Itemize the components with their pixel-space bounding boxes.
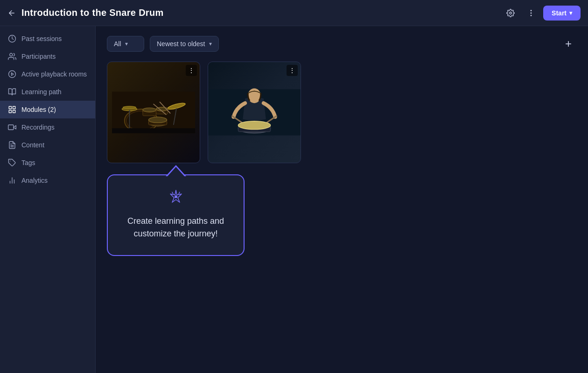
past-sessions-icon	[7, 35, 17, 43]
svg-rect-13	[8, 125, 14, 130]
svg-point-5	[10, 53, 13, 56]
svg-point-1	[531, 10, 532, 11]
settings-button[interactable]	[502, 5, 519, 21]
learning-path-bubble-text: Create learning paths and customize the …	[119, 215, 232, 240]
svg-point-46	[238, 121, 270, 130]
content-icon	[7, 141, 17, 149]
svg-point-47	[175, 195, 177, 198]
learning-path-bubble: Create learning paths and customize the …	[107, 174, 245, 256]
filter-sort-select[interactable]: Newest to oldest ▾	[150, 36, 219, 52]
sidebar-item-past-sessions[interactable]: Past sessions	[0, 30, 95, 48]
svg-point-2	[531, 13, 532, 14]
svg-point-3	[531, 15, 532, 16]
svg-rect-9	[13, 106, 15, 109]
svg-marker-7	[12, 73, 14, 76]
card-thumbnail-1	[107, 62, 200, 163]
sidebar: Past sessions Participants Active playba…	[0, 26, 96, 373]
sidebar-label-learning-path: Learning path	[21, 88, 62, 96]
sidebar-label-past-sessions: Past sessions	[21, 35, 62, 42]
sidebar-item-active-playback-rooms[interactable]: Active playback rooms	[0, 65, 95, 83]
filter-all-select[interactable]: All ▾	[107, 36, 144, 52]
module-card-2[interactable]: ⋮ Tuning a Snare Drum 15 activities PUBL…	[208, 62, 301, 163]
learning-path-icon	[7, 88, 17, 96]
topbar: Introduction to the Snare Drum Start ▾	[0, 0, 588, 26]
start-button[interactable]: Start ▾	[543, 6, 581, 21]
participants-icon	[7, 52, 17, 61]
svg-point-0	[510, 12, 512, 14]
svg-point-33	[143, 108, 156, 112]
recordings-icon	[7, 123, 17, 131]
sidebar-label-modules: Modules (2)	[21, 106, 56, 113]
filter2-chevron-icon: ▾	[209, 41, 212, 47]
card-1-body: Introduction to the Snare Drum.mp4 21 ac…	[107, 163, 200, 163]
card-2-body: Tuning a Snare Drum 15 activities PUBLIS…	[208, 163, 301, 163]
start-chevron-icon: ▾	[569, 10, 572, 16]
card-thumbnail-2	[208, 62, 301, 163]
sidebar-item-modules[interactable]: Modules (2)	[0, 101, 95, 118]
card-1-menu-button[interactable]: ⋮	[186, 65, 197, 76]
sidebar-item-recordings[interactable]: Recordings	[0, 118, 95, 136]
svg-point-27	[123, 106, 136, 109]
sidebar-label-content: Content	[21, 141, 44, 149]
filter1-chevron-icon: ▾	[125, 41, 128, 47]
more-options-button[interactable]	[523, 5, 539, 21]
sidebar-item-learning-path[interactable]: Learning path	[0, 83, 95, 101]
sidebar-label-recordings: Recordings	[21, 124, 55, 131]
svg-rect-10	[13, 111, 15, 113]
svg-rect-8	[9, 106, 11, 109]
module-card-1[interactable]: ⋮ Introduction to the Snare Drum.mp4 21 …	[107, 62, 200, 163]
back-button[interactable]	[7, 9, 16, 17]
filters-row: All ▾ Newest to oldest ▾ +	[107, 35, 577, 52]
page-title: Introduction to the Snare Drum	[21, 7, 164, 18]
sidebar-item-content[interactable]: Content	[0, 136, 95, 154]
sidebar-item-tags[interactable]: Tags	[0, 154, 95, 172]
bubble-pointer-inner	[167, 167, 185, 177]
playback-rooms-icon	[7, 70, 17, 78]
svg-marker-12	[14, 125, 16, 129]
card-2-menu-button[interactable]: ⋮	[287, 65, 298, 76]
sidebar-item-analytics[interactable]: Analytics	[0, 172, 95, 189]
topbar-left: Introduction to the Snare Drum	[7, 7, 502, 18]
learning-path-bubble-icon	[168, 188, 184, 208]
module-cards-row: ⋮ Introduction to the Snare Drum.mp4 21 …	[107, 62, 577, 163]
sidebar-item-participants[interactable]: Participants	[0, 48, 95, 65]
sidebar-label-tags: Tags	[21, 159, 35, 166]
main-content: All ▾ Newest to oldest ▾ +	[96, 26, 588, 373]
svg-point-25	[148, 117, 167, 123]
svg-point-41	[248, 88, 261, 103]
analytics-icon	[7, 176, 17, 185]
tags-icon	[7, 159, 17, 167]
add-module-button[interactable]: +	[560, 35, 577, 52]
modules-icon	[7, 105, 17, 114]
sidebar-label-active-playback-rooms: Active playback rooms	[21, 70, 87, 78]
svg-rect-11	[9, 111, 11, 113]
svg-point-6	[9, 71, 16, 78]
main-layout: Past sessions Participants Active playba…	[0, 26, 588, 373]
sidebar-label-participants: Participants	[21, 53, 56, 60]
svg-rect-37	[112, 128, 195, 133]
sidebar-label-analytics: Analytics	[21, 177, 48, 184]
topbar-right: Start ▾	[502, 5, 581, 21]
